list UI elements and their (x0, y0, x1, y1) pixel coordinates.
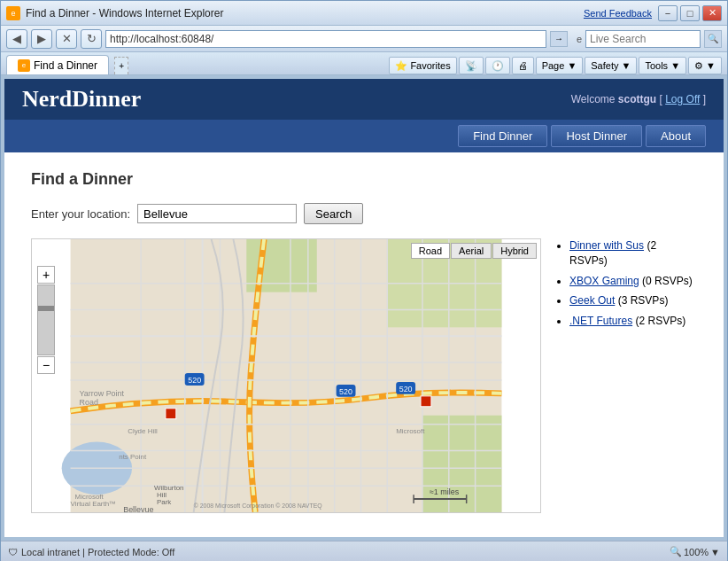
tab-favicon: e (18, 59, 30, 72)
go-button[interactable]: → (550, 31, 568, 47)
host-dinner-nav-btn[interactable]: Host Dinner (551, 125, 642, 147)
list-item: Geek Out (3 RSVPs) (569, 293, 697, 308)
ie-icon-small: e (577, 34, 582, 44)
svg-text:520: 520 (399, 385, 413, 393)
maximize-button[interactable]: □ (680, 5, 700, 21)
svg-text:nts Point: nts Point (119, 453, 147, 461)
site-nav: Find Dinner Host Dinner About (4, 120, 724, 152)
svg-text:Bellevue: Bellevue (123, 505, 153, 512)
page-content: NerdDinner Welcome scottgu [ Log Off ] F… (1, 75, 727, 541)
main-content: Find a Dinner Enter your location: Searc… (4, 152, 724, 531)
svg-rect-3 (422, 416, 501, 512)
nav-bar: ◀ ▶ ✕ ↻ → e 🔍 (1, 26, 727, 52)
status-left: 🛡 Local intranet | Protected Mode: Off (8, 547, 174, 557)
svg-text:Yarrow Point: Yarrow Point (80, 389, 125, 398)
list-item: .NET Futures (2 RSVPs) (569, 314, 697, 329)
zoom-slider-thumb (38, 306, 54, 311)
dinner-list-items: Dinner with Sus (2 RSVPs) XBOX Gaming (0… (555, 238, 697, 329)
status-bar: 🛡 Local intranet | Protected Mode: Off 🔍… (1, 541, 727, 561)
status-right: 🔍 100% ▼ (670, 546, 720, 557)
page-heading: Find a Dinner (31, 170, 697, 189)
active-tab[interactable]: e Find a Dinner (6, 55, 109, 74)
tab-label: Find a Dinner (34, 59, 97, 72)
zone-info: Local intranet | Protected Mode: Off (21, 547, 174, 557)
tab-toolbar: ⭐ Favorites 📡 🕐 🖨 Page ▼ Safety ▼ Tools … (389, 57, 722, 74)
map-container: Road Aerial Hybrid + − (31, 238, 697, 513)
site-header: NerdDinner Welcome scottgu [ Log Off ] (4, 79, 724, 120)
title-bar-right: Send Feedback − □ ✕ (584, 5, 722, 21)
svg-text:520: 520 (188, 376, 201, 385)
search-button[interactable]: Search (304, 203, 363, 224)
site-title: NerdDinner (22, 86, 141, 113)
forward-button[interactable]: ▶ (31, 29, 52, 49)
svg-text:≈1 miles: ≈1 miles (430, 487, 460, 496)
close-button[interactable]: ✕ (702, 5, 722, 21)
tab-bar: e Find a Dinner + ⭐ Favorites 📡 🕐 🖨 Page… (1, 52, 727, 75)
location-input[interactable] (137, 204, 297, 223)
page-inner: NerdDinner Welcome scottgu [ Log Off ] F… (4, 79, 724, 537)
title-bar-left: e Find a Dinner - Windows Internet Explo… (6, 6, 223, 20)
list-item: Dinner with Sus (2 RSVPs) (569, 238, 697, 269)
dinner-link-2[interactable]: Geek Out (569, 294, 615, 307)
new-tab-button[interactable]: + (114, 57, 128, 74)
refresh-button[interactable]: ↻ (81, 29, 102, 49)
log-off-link[interactable]: Log Off (665, 93, 700, 105)
site-user: Welcome scottgu [ Log Off ] (571, 93, 706, 105)
map-type-controls: Road Aerial Hybrid (411, 243, 537, 259)
svg-rect-50 (421, 396, 431, 407)
zoom-out-btn[interactable]: − (37, 356, 55, 374)
zoom-info: 🔍 100% ▼ (670, 546, 720, 557)
zoom-in-btn[interactable]: + (37, 266, 55, 284)
svg-text:© 2008 Microsoft Corporation  : © 2008 Microsoft Corporation © 2008 NAVT… (194, 503, 323, 510)
list-item: XBOX Gaming (0 RSVPs) (569, 274, 697, 289)
zoom-controls: + − (37, 266, 55, 374)
live-search-button[interactable]: 🔍 (704, 30, 722, 48)
dinner-link-3[interactable]: .NET Futures (569, 315, 632, 327)
window-title: Find a Dinner - Windows Internet Explore… (26, 7, 223, 19)
zoom-dropdown-icon[interactable]: ▼ (710, 547, 720, 557)
svg-text:Microsoft: Microsoft (396, 427, 425, 435)
live-search-input[interactable] (585, 30, 701, 48)
address-bar (105, 30, 546, 48)
about-nav-btn[interactable]: About (646, 125, 706, 147)
stop-button[interactable]: ✕ (56, 29, 77, 49)
svg-text:520: 520 (339, 387, 352, 396)
svg-text:Clyde Hill: Clyde Hill (128, 427, 158, 435)
back-button[interactable]: ◀ (6, 29, 27, 49)
location-label: Enter your location: (31, 207, 130, 221)
page-menu[interactable]: Page ▼ (536, 57, 584, 74)
svg-text:Virtual Earth™: Virtual Earth™ (71, 500, 116, 508)
minimize-button[interactable]: − (658, 5, 678, 21)
map-display: Yarrow Point Road Maydenbauer Bay Micros… (32, 239, 540, 512)
title-bar: e Find a Dinner - Windows Internet Explo… (1, 1, 727, 26)
address-input[interactable] (110, 33, 542, 45)
aerial-view-btn[interactable]: Aerial (451, 243, 492, 259)
print-button[interactable]: 🖨 (512, 57, 534, 74)
history-button[interactable]: 🕐 (485, 57, 510, 74)
zoom-level: 100% (684, 547, 709, 557)
zoom-icon: 🔍 (670, 546, 682, 557)
welcome-text: Welcome (571, 93, 616, 105)
dinner-list: Dinner with Sus (2 RSVPs) XBOX Gaming (0… (555, 238, 697, 513)
favorites-button[interactable]: ⭐ Favorites (389, 57, 456, 74)
username: scottgu (618, 93, 656, 105)
dinner-link-0[interactable]: Dinner with Sus (569, 239, 644, 252)
dinner-link-1[interactable]: XBOX Gaming (569, 275, 639, 287)
road-view-btn[interactable]: Road (411, 243, 450, 259)
find-dinner-nav-btn[interactable]: Find Dinner (458, 125, 547, 147)
zoom-slider[interactable] (37, 284, 55, 355)
ie-icon: e (6, 6, 20, 20)
send-feedback-link[interactable]: Send Feedback (584, 8, 652, 19)
svg-text:Park: Park (157, 498, 171, 506)
safety-menu[interactable]: Safety ▼ (585, 57, 637, 74)
tools-menu[interactable]: Tools ▼ (639, 57, 686, 74)
hybrid-view-btn[interactable]: Hybrid (492, 243, 537, 259)
svg-text:Road: Road (80, 398, 98, 407)
map-wrapper: Road Aerial Hybrid + − (31, 238, 541, 513)
search-bar-area: e 🔍 (577, 30, 722, 48)
svg-rect-49 (166, 409, 176, 419)
search-form: Enter your location: Search (31, 203, 697, 224)
shield-icon: 🛡 (8, 547, 18, 557)
feeds-button[interactable]: 📡 (459, 57, 484, 74)
settings-button[interactable]: ⚙ ▼ (688, 57, 722, 74)
